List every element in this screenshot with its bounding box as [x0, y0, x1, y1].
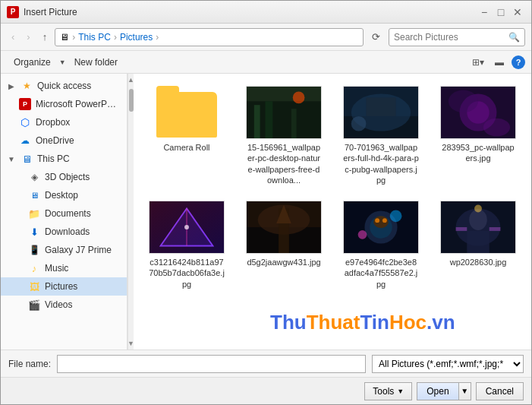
scroll-up-button[interactable]: ▲ — [128, 74, 134, 86]
sidebar-item-powerpoint[interactable]: P Microsoft PowerPoint — [1, 95, 127, 113]
folder-thumbnail — [156, 86, 217, 139]
sidebar-item-desktop[interactable]: 🖥 Desktop — [1, 186, 127, 204]
forward-button[interactable]: › — [22, 29, 34, 45]
title-bar-left: P Insert Picture — [7, 6, 77, 18]
sidebar-item-3d-objects[interactable]: ◈ 3D Objects — [1, 168, 127, 186]
svg-rect-21 — [150, 201, 224, 254]
svg-rect-4 — [266, 101, 273, 138]
svg-rect-3 — [254, 105, 260, 138]
thumbnail-img2 — [343, 86, 419, 139]
img5-svg — [247, 201, 321, 254]
svg-point-31 — [375, 218, 379, 223]
sidebar-item-videos[interactable]: 🎬 Videos — [1, 296, 127, 314]
window-controls: − □ ✕ — [477, 5, 525, 19]
close-button[interactable]: ✕ — [510, 5, 525, 19]
preview-button[interactable]: ▬ — [490, 54, 508, 71]
sidebar-item-pictures[interactable]: 🖼 Pictures — [1, 277, 127, 296]
expand-this-pc-icon: ▼ — [7, 154, 16, 163]
maximize-button[interactable]: □ — [493, 5, 508, 19]
help-button[interactable]: ? — [512, 55, 525, 69]
watermark-hoc: Hoc — [389, 311, 427, 334]
file-item-img2[interactable]: 70-701963_wallpapers-full-hd-4k-para-pc-… — [335, 81, 427, 190]
filetype-select[interactable]: All Pictures (*.emf;*.wmf;*.jpg;* All Fi… — [372, 355, 524, 373]
svg-point-15 — [483, 119, 510, 137]
svg-rect-39 — [456, 227, 467, 231]
file-grid: Camera Roll 15-156961_wa — [141, 81, 524, 294]
bottom-bar: File name: All Pictures (*.emf;*.wmf;*.j… — [1, 350, 531, 377]
img7-svg — [441, 201, 515, 254]
minimize-button[interactable]: − — [477, 5, 492, 19]
sidebar-item-quick-access[interactable]: ▶ ★ Quick access — [1, 77, 127, 95]
refresh-button[interactable]: ⟳ — [367, 29, 386, 45]
thumbnail-img4 — [149, 201, 225, 254]
scroll-down-button[interactable]: ▼ — [128, 337, 134, 350]
file-name-img4: c31216424b811a9770b5b7dacb06fa3e.jpg — [149, 257, 225, 290]
tools-group: Tools ▼ — [364, 382, 412, 400]
open-group: Open ▼ — [417, 382, 471, 400]
toolbar-left: Organize ▼ New folder — [7, 55, 124, 70]
new-folder-button[interactable]: New folder — [68, 55, 124, 70]
sidebar-label-pictures: Pictures — [45, 281, 77, 292]
3d-objects-icon: ◈ — [28, 171, 40, 183]
sidebar-label-3d-objects: 3D Objects — [45, 172, 90, 182]
img3-svg — [441, 86, 515, 139]
file-name-img5: d5g2jaawgw431.jpg — [247, 257, 320, 267]
breadcrumb-pictures[interactable]: Pictures — [120, 32, 153, 43]
file-item-img5[interactable]: d5g2jaawgw431.jpg — [238, 196, 329, 294]
sidebar-label-quick-access: Quick access — [37, 81, 91, 91]
file-item-img3[interactable]: 283953_pc-wallpapers.jpg — [433, 81, 524, 190]
main-area: ▶ ★ Quick access P Microsoft PowerPoint … — [1, 74, 531, 350]
sidebar-item-documents[interactable]: 📁 Documents — [1, 204, 127, 223]
open-dropdown-button[interactable]: ▼ — [459, 382, 471, 400]
scroll-thumb[interactable] — [129, 89, 134, 112]
file-item-img1[interactable]: 15-156961_wallpaper-pc-desktop-nature-wa… — [238, 81, 329, 190]
file-name-img7: wp2028630.jpg — [450, 257, 507, 267]
breadcrumb-this-pc[interactable]: This PC — [78, 32, 111, 43]
tools-chevron-icon: ▼ — [397, 388, 404, 395]
insert-picture-dialog: P Insert Picture − □ ✕ ‹ › ↑ 🖥 › This PC… — [0, 0, 532, 405]
file-item-img4[interactable]: c31216424b811a9770b5b7dacb06fa3e.jpg — [141, 196, 232, 294]
svg-rect-5 — [291, 109, 297, 138]
back-button[interactable]: ‹ — [7, 29, 19, 45]
svg-rect-9 — [366, 97, 395, 116]
sidebar-item-dropbox[interactable]: ⬡ Dropbox — [1, 113, 127, 131]
organize-button[interactable]: Organize — [7, 55, 58, 70]
thumbnail-img3 — [440, 86, 516, 139]
file-item-img6[interactable]: e97e4964fc2be3e8adfac4a7f55587e2.jpg — [335, 196, 427, 294]
sidebar-item-downloads[interactable]: ⬇ Downloads — [1, 223, 127, 241]
file-item-camera-roll[interactable]: Camera Roll — [141, 81, 232, 190]
file-name-img6: e97e4964fc2be3e8adfac4a7f55587e2.jpg — [343, 257, 419, 290]
sidebar-item-this-pc[interactable]: ▼ 🖥 This PC — [1, 150, 127, 168]
sidebar-label-dropbox: Dropbox — [36, 117, 70, 128]
phone-icon: 📱 — [28, 244, 40, 256]
downloads-icon: ⬇ — [28, 226, 40, 238]
sidebar-scrollbar[interactable]: ▲ ▼ — [127, 74, 134, 350]
svg-point-2 — [293, 92, 305, 104]
sidebar-container: ▶ ★ Quick access P Microsoft PowerPoint … — [1, 74, 134, 350]
img2-svg — [344, 86, 418, 139]
tools-label: Tools — [373, 386, 394, 397]
search-input[interactable] — [394, 32, 505, 43]
file-item-img7[interactable]: wp2028630.jpg — [433, 196, 524, 294]
svg-point-37 — [469, 210, 487, 230]
svg-point-32 — [382, 218, 387, 223]
scroll-track — [128, 86, 134, 337]
tools-button[interactable]: Tools ▼ — [364, 382, 412, 400]
cancel-button[interactable]: Cancel — [476, 382, 524, 400]
open-button[interactable]: Open — [417, 382, 458, 400]
organize-dropdown[interactable]: Organize ▼ — [7, 55, 66, 70]
sidebar-item-galaxy[interactable]: 📱 Galaxy J7 Prime — [1, 241, 127, 259]
svg-point-34 — [358, 230, 367, 239]
expand-icon: ▶ — [7, 81, 16, 90]
watermark: ThuThuatTinHoc.vn — [270, 311, 455, 334]
view-toggle-button[interactable]: ⊞▾ — [469, 54, 487, 71]
breadcrumb-icon: 🖥 — [60, 32, 69, 43]
sidebar-item-music[interactable]: ♪ Music — [1, 259, 127, 277]
nav-bar: ‹ › ↑ 🖥 › This PC › Pictures › ⟳ 🔍 — [1, 24, 531, 51]
up-button[interactable]: ↑ — [38, 29, 52, 45]
sidebar-item-onedrive[interactable]: ☁ OneDrive — [1, 131, 127, 150]
thumbnail-img7 — [440, 201, 516, 254]
filename-input[interactable] — [57, 355, 366, 373]
sidebar-label-videos: Videos — [45, 299, 72, 310]
sidebar-label-music: Music — [45, 263, 68, 274]
